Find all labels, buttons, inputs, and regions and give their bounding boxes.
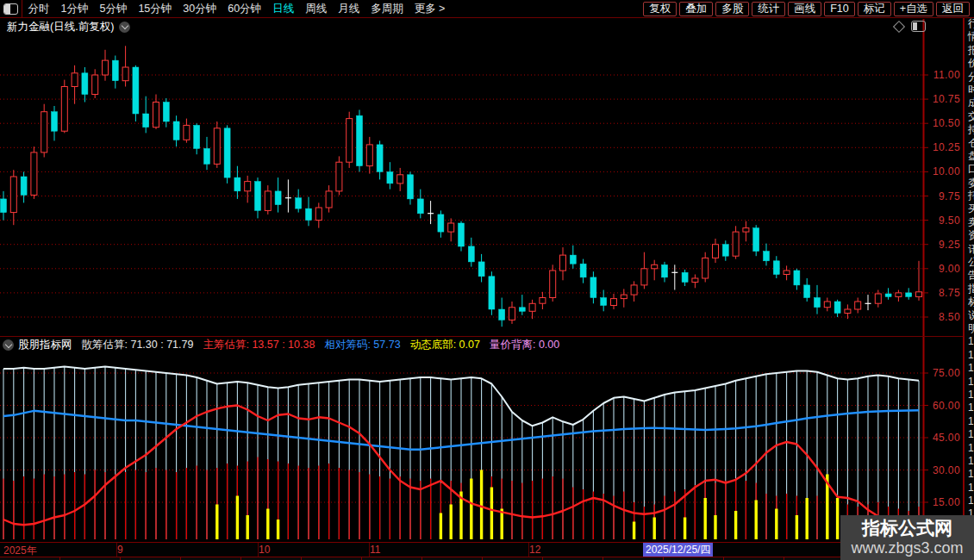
watermark-url: www.zbgs3.com: [840, 539, 974, 557]
right-strip-char: 买: [968, 202, 974, 215]
right-side-strip[interactable]: 行情报价分时成交持仓盘口委托买卖资讯公告指标说明1111111111111111: [963, 17, 974, 560]
indicator-field-2: 相对筹码: 57.73: [324, 338, 400, 352]
indicator-field-value: 71.30 : 71.79: [128, 339, 193, 351]
right-strip-char: 1: [968, 442, 974, 455]
indicator-header: 股朋指标网 散筹估算: 71.30 : 71.79主筹估算: 13.57 : 1…: [0, 338, 559, 352]
right-strip-char: 1: [968, 401, 974, 414]
right-strip-char: 行: [968, 17, 974, 30]
time-axis-label-2: 10: [259, 544, 270, 556]
right-strip-char: 交: [968, 110, 974, 123]
right-strip-char: 1: [968, 482, 974, 495]
corner-icons: [895, 21, 926, 32]
toolbar-button-3[interactable]: 统计: [752, 2, 785, 16]
toolbar-button-0[interactable]: 复权: [643, 2, 677, 16]
right-strip-char: 持: [968, 123, 974, 136]
right-strip-char: 卖: [968, 216, 974, 229]
period-tab-8[interactable]: 月线: [338, 2, 359, 16]
chart-canvas: [0, 0, 974, 560]
right-strip-char: 1: [968, 455, 974, 468]
right-strip-char: 1: [968, 415, 974, 428]
right-strip-char: 公: [968, 256, 974, 269]
right-strip-char: 1: [968, 349, 974, 362]
date-highlight: 2025/12/25/四: [643, 543, 713, 557]
indicator-field-value: 13.57 : 10.38: [249, 339, 315, 351]
toolbar-button-1[interactable]: 叠加: [679, 2, 713, 16]
right-strip-char: 情: [968, 30, 974, 43]
indicator-field-value: 57.73: [371, 339, 401, 351]
right-strip-char: 仓: [968, 137, 974, 150]
indicator-field-3: 动态底部: 0.07: [410, 338, 480, 352]
indicator-field-value: 0.07: [456, 339, 480, 351]
top-toolbar: 分时1分钟5分钟15分钟30分钟60分钟日线周线月线多周期更多 > 复权叠加多股…: [0, 0, 974, 18]
indicator-fields: 散筹估算: 71.30 : 71.79主筹估算: 13.57 : 10.38相对…: [72, 338, 560, 352]
time-axis-label-1: 9: [117, 544, 123, 556]
right-strip-char: 指: [968, 283, 974, 296]
period-tab-6[interactable]: 日线: [272, 2, 294, 16]
toolbar-button-5[interactable]: F10: [824, 2, 855, 16]
time-axis-label-0: 2025年: [3, 544, 37, 557]
period-tab-4[interactable]: 30分钟: [183, 2, 216, 16]
right-strip-char: 1: [968, 428, 974, 441]
indicator-field-label: 动态底部:: [410, 339, 456, 351]
period-tab-9[interactable]: 多周期: [371, 2, 403, 16]
right-strip-char: 委: [968, 177, 974, 190]
toolbar-right-buttons: 复权叠加多股统计画线F10标记+自选返回: [643, 2, 974, 16]
stock-title: 新力金融(日线.前复权): [7, 20, 114, 34]
right-strip-char: 讯: [968, 243, 974, 256]
indicator-field-value: 0.00: [535, 339, 559, 351]
toolbar-button-7[interactable]: +自选: [894, 2, 933, 16]
right-strip-char: 托: [968, 190, 974, 202]
right-strip-char: 1: [968, 389, 974, 401]
right-strip-char: 盘: [968, 150, 974, 163]
right-strip-char: 资: [968, 229, 974, 242]
right-strip-char: 报: [968, 44, 974, 57]
indicator-site-label: 股朋指标网: [18, 338, 72, 352]
window-icon-box[interactable]: [0, 0, 22, 17]
right-strip-char: 1: [968, 362, 974, 375]
time-axis-label-4: 12: [529, 544, 540, 556]
right-strip-char: 时: [968, 84, 974, 96]
indicator-field-label: 量价背离:: [490, 339, 535, 351]
toolbar-button-2[interactable]: 多股: [715, 2, 749, 16]
panel-toggle-icon[interactable]: [911, 21, 926, 32]
right-strip-char: 1: [968, 468, 974, 481]
watermark: 指标公式网 www.zbgs3.com: [840, 515, 974, 560]
period-tab-10[interactable]: 更多 >: [415, 2, 446, 16]
period-tab-7[interactable]: 周线: [305, 2, 327, 16]
right-strip-char: 成: [968, 96, 974, 109]
indicator-field-4: 量价背离: 0.00: [490, 338, 559, 352]
right-strip-char: 标: [968, 296, 974, 308]
toolbar-button-4[interactable]: 画线: [788, 2, 821, 16]
time-axis[interactable]: 2025年91011122025/12/25/四: [0, 542, 964, 557]
toolbar-button-8[interactable]: 返回: [936, 2, 970, 16]
indicator-field-label: 相对筹码:: [324, 339, 370, 351]
period-tab-2[interactable]: 5分钟: [99, 2, 127, 16]
right-strip-char: 1: [968, 495, 974, 507]
indicator-field-label: 主筹估算:: [203, 339, 248, 351]
diamond-icon[interactable]: [893, 20, 905, 32]
toolbar-button-6[interactable]: 标记: [858, 2, 891, 16]
split-panel-icon: [3, 3, 18, 15]
title-chevron-down-icon[interactable]: [119, 22, 130, 33]
indicator-field-0: 散筹估算: 71.30 : 71.79: [82, 338, 194, 352]
watermark-title: 指标公式网: [840, 516, 974, 539]
right-strip-char: 说: [968, 309, 974, 322]
right-strip-char: 1: [968, 376, 974, 389]
right-strip-char: 分: [968, 71, 974, 84]
period-tab-0[interactable]: 分时: [28, 2, 50, 16]
period-tab-3[interactable]: 15分钟: [138, 2, 172, 16]
period-tabs: 分时1分钟5分钟15分钟30分钟60分钟日线周线月线多周期更多 >: [22, 2, 451, 16]
titlebar: 新力金融(日线.前复权): [0, 20, 130, 34]
period-tab-1[interactable]: 1分钟: [61, 2, 89, 16]
indicator-field-label: 散筹估算:: [82, 339, 128, 351]
time-axis-label-3: 11: [370, 544, 380, 556]
indicator-chevron-down-icon[interactable]: [3, 339, 14, 351]
right-strip-char: 1: [968, 335, 974, 348]
right-strip-char: 告: [968, 269, 974, 282]
right-strip-char: 价: [968, 57, 974, 70]
right-strip-char: 口: [968, 163, 974, 176]
period-tab-5[interactable]: 60分钟: [228, 2, 261, 16]
indicator-field-1: 主筹估算: 13.57 : 10.38: [203, 338, 315, 352]
right-strip-char: 明: [968, 322, 974, 335]
